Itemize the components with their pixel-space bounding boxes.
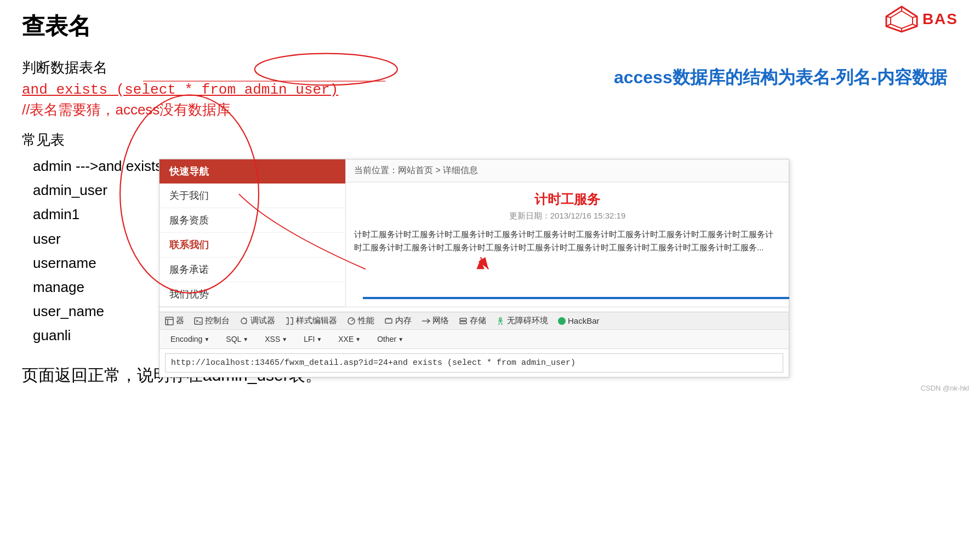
memory-label: 内存 [395, 316, 412, 326]
hackbar-label: HackBar [568, 316, 600, 325]
breadcrumb: 当前位置：网站首页 > 详细信息 [346, 159, 789, 182]
nav-item-promise[interactable]: 服务承诺 [159, 257, 345, 282]
main-content: BAS 查表名 判断数据表名 and exists (select * from… [0, 0, 980, 398]
lfi-arrow: ▼ [316, 336, 322, 342]
other-button[interactable]: Other ▼ [372, 333, 409, 345]
nav-menu-title: 快速导航 [159, 159, 345, 184]
lfi-button[interactable]: LFI ▼ [298, 333, 327, 345]
sql-label: SQL [226, 335, 241, 343]
page-title: 查表名 [22, 11, 958, 42]
devtools-debugger[interactable]: 调试器 [240, 316, 275, 326]
xxe-label: XXE [338, 335, 354, 343]
hackbar-dot [558, 317, 566, 325]
style-icon [285, 317, 294, 325]
debugger-label: 调试器 [250, 316, 275, 326]
xss-arrow: ▼ [282, 336, 287, 342]
svg-marker-1 [891, 11, 913, 28]
svg-line-15 [246, 318, 247, 319]
devtools-style[interactable]: 样式编辑器 [285, 316, 337, 326]
storage-icon [459, 317, 468, 325]
update-date: 更新日期：2013/12/16 15:32:19 [346, 211, 789, 221]
image-row [354, 261, 780, 299]
console-label: 控制台 [205, 316, 230, 326]
accessibility-label: 无障碍环境 [507, 316, 548, 326]
logo-area: BAS [885, 5, 958, 33]
sql-comment: //表名需要猜，access没有数据库 [22, 100, 958, 119]
sql-arrow: ▼ [243, 336, 248, 342]
svg-rect-19 [385, 319, 392, 323]
svg-line-18 [351, 319, 354, 321]
inspector-label: 器 [176, 316, 184, 326]
network-icon [421, 317, 430, 325]
xxe-button[interactable]: XXE ▼ [333, 333, 366, 345]
devtools-console[interactable]: 控制台 [194, 316, 230, 326]
encoding-label: Encoding [170, 335, 202, 343]
svg-rect-8 [166, 317, 173, 325]
devtools-network[interactable]: 网络 [421, 316, 449, 326]
logo-icon [885, 5, 918, 33]
console-icon [194, 317, 203, 325]
accessibility-icon [496, 317, 505, 325]
xxe-arrow: ▼ [355, 336, 361, 342]
perf-icon [347, 317, 356, 325]
nav-item-service[interactable]: 服务资质 [159, 208, 345, 233]
devtools-memory[interactable]: 内存 [384, 316, 412, 326]
other-label: Other [377, 335, 396, 343]
xss-button[interactable]: XSS ▼ [259, 333, 293, 345]
nav-item-contact[interactable]: 联系我们 [159, 233, 345, 257]
storage-label: 存储 [470, 316, 486, 326]
watermark: CSDN @nk-hkl [921, 384, 969, 392]
svg-line-30 [502, 323, 502, 325]
sql-button[interactable]: SQL ▼ [220, 333, 254, 345]
nav-items: 关于我们 服务资质 联系我们 服务承诺 我们优势 [159, 184, 345, 307]
svg-rect-24 [460, 318, 466, 320]
browser-area: 快速导航 关于我们 服务资质 联系我们 服务承诺 我们优势 当前位置：网站首页 … [159, 159, 789, 377]
access-structure: access数据库的结构为表名-列名-内容数据 [614, 66, 947, 90]
svg-line-29 [499, 323, 499, 325]
lfi-label: LFI [304, 335, 315, 343]
svg-line-16 [246, 323, 247, 324]
article-title: 计时工服务 [346, 191, 789, 208]
devtools-storage[interactable]: 存储 [459, 316, 486, 326]
common-tables-title: 常见表 [22, 130, 958, 150]
svg-rect-25 [460, 322, 466, 324]
article-body: 计时工服务计时工服务计时工服务计时工服务计时工服务计时工服务计时工服务计时工服务… [354, 228, 780, 254]
devtools-inspector[interactable]: 器 [165, 316, 184, 326]
devtools-perf[interactable]: 性能 [347, 316, 374, 326]
xss-label: XSS [265, 335, 280, 343]
img-block-5 [363, 297, 789, 299]
encoding-arrow: ▼ [204, 336, 209, 342]
logo-text: BAS [922, 10, 958, 28]
nav-item-about[interactable]: 关于我们 [159, 184, 345, 208]
devtools-bar: 器 控制台 调试器 样式编辑器 性能 内存 [159, 312, 789, 329]
network-label: 网络 [432, 316, 449, 326]
url-area [159, 348, 789, 377]
perf-label: 性能 [358, 316, 374, 326]
memory-icon [384, 317, 393, 325]
devtools-accessibility[interactable]: 无障碍环境 [496, 316, 548, 326]
inspector-icon [165, 317, 174, 325]
encoding-button[interactable]: Encoding ▼ [165, 333, 215, 345]
svg-point-26 [499, 318, 502, 320]
nav-item-advantage[interactable]: 我们优势 [159, 282, 345, 307]
other-arrow: ▼ [398, 336, 403, 342]
debugger-icon [240, 317, 248, 325]
devtools-hackbar[interactable]: HackBar [558, 316, 600, 325]
hackbar-toolbar: Encoding ▼ SQL ▼ XSS ▼ LFI ▼ XXE ▼ Other… [159, 329, 789, 348]
url-input[interactable] [165, 353, 783, 373]
style-label: 样式编辑器 [296, 316, 337, 326]
